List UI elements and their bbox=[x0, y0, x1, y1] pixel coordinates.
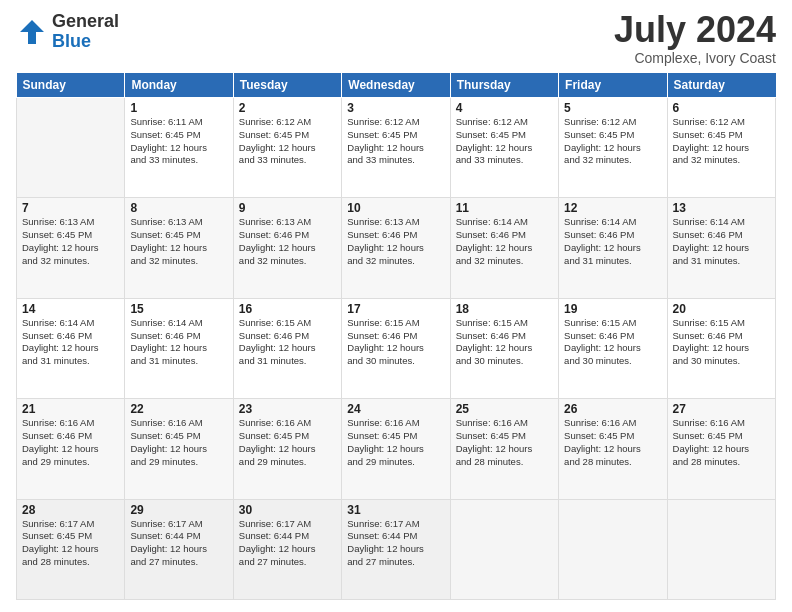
day-info: Sunrise: 6:12 AM Sunset: 6:45 PM Dayligh… bbox=[456, 116, 553, 167]
table-row: 5Sunrise: 6:12 AM Sunset: 6:45 PM Daylig… bbox=[559, 98, 667, 198]
day-number: 26 bbox=[564, 402, 661, 416]
day-number: 31 bbox=[347, 503, 444, 517]
day-number: 13 bbox=[673, 201, 770, 215]
table-row: 11Sunrise: 6:14 AM Sunset: 6:46 PM Dayli… bbox=[450, 198, 558, 298]
calendar-week-3: 21Sunrise: 6:16 AM Sunset: 6:46 PM Dayli… bbox=[17, 399, 776, 499]
day-number: 27 bbox=[673, 402, 770, 416]
day-number: 2 bbox=[239, 101, 336, 115]
logo-general: General bbox=[52, 12, 119, 32]
col-friday: Friday bbox=[559, 73, 667, 98]
day-info: Sunrise: 6:12 AM Sunset: 6:45 PM Dayligh… bbox=[564, 116, 661, 167]
main-title: July 2024 bbox=[614, 12, 776, 48]
table-row: 19Sunrise: 6:15 AM Sunset: 6:46 PM Dayli… bbox=[559, 298, 667, 398]
table-row: 14Sunrise: 6:14 AM Sunset: 6:46 PM Dayli… bbox=[17, 298, 125, 398]
day-number: 20 bbox=[673, 302, 770, 316]
logo: General Blue bbox=[16, 12, 119, 52]
day-info: Sunrise: 6:15 AM Sunset: 6:46 PM Dayligh… bbox=[564, 317, 661, 368]
day-number: 14 bbox=[22, 302, 119, 316]
table-row: 21Sunrise: 6:16 AM Sunset: 6:46 PM Dayli… bbox=[17, 399, 125, 499]
table-row: 1Sunrise: 6:11 AM Sunset: 6:45 PM Daylig… bbox=[125, 98, 233, 198]
day-info: Sunrise: 6:15 AM Sunset: 6:46 PM Dayligh… bbox=[456, 317, 553, 368]
day-info: Sunrise: 6:14 AM Sunset: 6:46 PM Dayligh… bbox=[130, 317, 227, 368]
logo-icon bbox=[16, 16, 48, 48]
table-row: 13Sunrise: 6:14 AM Sunset: 6:46 PM Dayli… bbox=[667, 198, 775, 298]
day-number: 3 bbox=[347, 101, 444, 115]
table-row: 15Sunrise: 6:14 AM Sunset: 6:46 PM Dayli… bbox=[125, 298, 233, 398]
day-number: 6 bbox=[673, 101, 770, 115]
table-row: 31Sunrise: 6:17 AM Sunset: 6:44 PM Dayli… bbox=[342, 499, 450, 599]
table-row: 7Sunrise: 6:13 AM Sunset: 6:45 PM Daylig… bbox=[17, 198, 125, 298]
table-row: 2Sunrise: 6:12 AM Sunset: 6:45 PM Daylig… bbox=[233, 98, 341, 198]
col-monday: Monday bbox=[125, 73, 233, 98]
day-number: 5 bbox=[564, 101, 661, 115]
day-number: 30 bbox=[239, 503, 336, 517]
table-row: 8Sunrise: 6:13 AM Sunset: 6:45 PM Daylig… bbox=[125, 198, 233, 298]
table-row: 18Sunrise: 6:15 AM Sunset: 6:46 PM Dayli… bbox=[450, 298, 558, 398]
day-info: Sunrise: 6:17 AM Sunset: 6:44 PM Dayligh… bbox=[130, 518, 227, 569]
day-info: Sunrise: 6:14 AM Sunset: 6:46 PM Dayligh… bbox=[22, 317, 119, 368]
table-row: 27Sunrise: 6:16 AM Sunset: 6:45 PM Dayli… bbox=[667, 399, 775, 499]
table-row: 3Sunrise: 6:12 AM Sunset: 6:45 PM Daylig… bbox=[342, 98, 450, 198]
day-info: Sunrise: 6:15 AM Sunset: 6:46 PM Dayligh… bbox=[239, 317, 336, 368]
day-number: 11 bbox=[456, 201, 553, 215]
day-info: Sunrise: 6:13 AM Sunset: 6:45 PM Dayligh… bbox=[130, 216, 227, 267]
day-number: 10 bbox=[347, 201, 444, 215]
table-row: 30Sunrise: 6:17 AM Sunset: 6:44 PM Dayli… bbox=[233, 499, 341, 599]
day-info: Sunrise: 6:14 AM Sunset: 6:46 PM Dayligh… bbox=[673, 216, 770, 267]
day-info: Sunrise: 6:16 AM Sunset: 6:45 PM Dayligh… bbox=[130, 417, 227, 468]
subtitle: Complexe, Ivory Coast bbox=[614, 50, 776, 66]
day-number: 1 bbox=[130, 101, 227, 115]
day-info: Sunrise: 6:17 AM Sunset: 6:45 PM Dayligh… bbox=[22, 518, 119, 569]
table-row bbox=[559, 499, 667, 599]
page: General Blue July 2024 Complexe, Ivory C… bbox=[0, 0, 792, 612]
day-info: Sunrise: 6:13 AM Sunset: 6:45 PM Dayligh… bbox=[22, 216, 119, 267]
day-info: Sunrise: 6:16 AM Sunset: 6:45 PM Dayligh… bbox=[347, 417, 444, 468]
calendar-table: Sunday Monday Tuesday Wednesday Thursday… bbox=[16, 72, 776, 600]
day-number: 8 bbox=[130, 201, 227, 215]
day-number: 12 bbox=[564, 201, 661, 215]
table-row: 9Sunrise: 6:13 AM Sunset: 6:46 PM Daylig… bbox=[233, 198, 341, 298]
table-row: 24Sunrise: 6:16 AM Sunset: 6:45 PM Dayli… bbox=[342, 399, 450, 499]
col-saturday: Saturday bbox=[667, 73, 775, 98]
day-info: Sunrise: 6:16 AM Sunset: 6:46 PM Dayligh… bbox=[22, 417, 119, 468]
day-info: Sunrise: 6:16 AM Sunset: 6:45 PM Dayligh… bbox=[456, 417, 553, 468]
table-row: 12Sunrise: 6:14 AM Sunset: 6:46 PM Dayli… bbox=[559, 198, 667, 298]
table-row: 29Sunrise: 6:17 AM Sunset: 6:44 PM Dayli… bbox=[125, 499, 233, 599]
day-info: Sunrise: 6:15 AM Sunset: 6:46 PM Dayligh… bbox=[347, 317, 444, 368]
day-number: 29 bbox=[130, 503, 227, 517]
day-info: Sunrise: 6:15 AM Sunset: 6:46 PM Dayligh… bbox=[673, 317, 770, 368]
day-number: 9 bbox=[239, 201, 336, 215]
col-tuesday: Tuesday bbox=[233, 73, 341, 98]
table-row: 23Sunrise: 6:16 AM Sunset: 6:45 PM Dayli… bbox=[233, 399, 341, 499]
calendar-week-1: 7Sunrise: 6:13 AM Sunset: 6:45 PM Daylig… bbox=[17, 198, 776, 298]
logo-text: General Blue bbox=[52, 12, 119, 52]
day-info: Sunrise: 6:13 AM Sunset: 6:46 PM Dayligh… bbox=[347, 216, 444, 267]
logo-blue: Blue bbox=[52, 32, 119, 52]
table-row: 22Sunrise: 6:16 AM Sunset: 6:45 PM Dayli… bbox=[125, 399, 233, 499]
day-number: 7 bbox=[22, 201, 119, 215]
calendar-body: 1Sunrise: 6:11 AM Sunset: 6:45 PM Daylig… bbox=[17, 98, 776, 600]
day-info: Sunrise: 6:14 AM Sunset: 6:46 PM Dayligh… bbox=[564, 216, 661, 267]
title-block: July 2024 Complexe, Ivory Coast bbox=[614, 12, 776, 66]
table-row: 4Sunrise: 6:12 AM Sunset: 6:45 PM Daylig… bbox=[450, 98, 558, 198]
day-number: 21 bbox=[22, 402, 119, 416]
day-number: 16 bbox=[239, 302, 336, 316]
table-row: 10Sunrise: 6:13 AM Sunset: 6:46 PM Dayli… bbox=[342, 198, 450, 298]
day-info: Sunrise: 6:16 AM Sunset: 6:45 PM Dayligh… bbox=[673, 417, 770, 468]
day-number: 4 bbox=[456, 101, 553, 115]
table-row bbox=[17, 98, 125, 198]
day-number: 15 bbox=[130, 302, 227, 316]
day-info: Sunrise: 6:12 AM Sunset: 6:45 PM Dayligh… bbox=[347, 116, 444, 167]
table-row: 16Sunrise: 6:15 AM Sunset: 6:46 PM Dayli… bbox=[233, 298, 341, 398]
table-row bbox=[450, 499, 558, 599]
day-info: Sunrise: 6:11 AM Sunset: 6:45 PM Dayligh… bbox=[130, 116, 227, 167]
col-thursday: Thursday bbox=[450, 73, 558, 98]
day-info: Sunrise: 6:17 AM Sunset: 6:44 PM Dayligh… bbox=[239, 518, 336, 569]
table-row: 17Sunrise: 6:15 AM Sunset: 6:46 PM Dayli… bbox=[342, 298, 450, 398]
day-info: Sunrise: 6:16 AM Sunset: 6:45 PM Dayligh… bbox=[564, 417, 661, 468]
day-info: Sunrise: 6:17 AM Sunset: 6:44 PM Dayligh… bbox=[347, 518, 444, 569]
day-number: 25 bbox=[456, 402, 553, 416]
svg-marker-0 bbox=[20, 20, 44, 44]
day-number: 23 bbox=[239, 402, 336, 416]
day-number: 22 bbox=[130, 402, 227, 416]
